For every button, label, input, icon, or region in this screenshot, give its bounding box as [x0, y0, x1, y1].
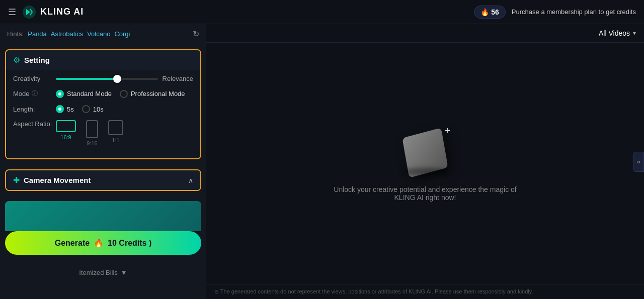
all-videos-label: All Videos	[599, 29, 630, 37]
generate-label: Generate	[55, 239, 90, 248]
creativity-label: Creativity	[13, 75, 56, 82]
settings-title: Setting	[24, 56, 50, 64]
aspect-9-16-label: 9:16	[87, 140, 97, 146]
standard-mode-option[interactable]: Standard Mode	[56, 90, 112, 98]
aspect-1-1[interactable]: 1:1	[108, 120, 123, 143]
camera-header-left: ✚ Camera Movement	[13, 175, 91, 185]
main-layout: Hints: Panda Astrobatics Volcano Corgi ↻…	[0, 24, 644, 299]
camera-section: ✚ Camera Movement ∧	[5, 169, 201, 191]
length-5s-label: 5s	[67, 106, 74, 113]
generate-preview	[5, 201, 201, 231]
logo-text: KLING AI	[40, 7, 84, 17]
plus-decoration: +	[444, 125, 450, 137]
professional-mode-radio[interactable]	[120, 90, 128, 98]
hints-label: Hints:	[7, 30, 24, 38]
generate-button[interactable]: Generate 🔥 10 Credits )	[5, 231, 201, 255]
camera-plus-icon: ✚	[13, 175, 20, 185]
aspect-ratio-row: Aspect Ratio: 16:9 9:16 1:1	[13, 120, 193, 146]
relevance-label: Relevance	[158, 75, 193, 82]
length-5s-option[interactable]: 5s	[56, 105, 74, 113]
header-right: 🔥 56 Purchase a membership plan to get c…	[474, 6, 636, 19]
menu-icon[interactable]: ☰	[8, 7, 16, 18]
hints-bar: Hints: Panda Astrobatics Volcano Corgi ↻	[0, 24, 206, 44]
itemized-bills-bar[interactable]: Itemized Bills ▼	[0, 265, 206, 280]
mode-options: Standard Mode Professional Mode	[56, 90, 193, 98]
aspect-9-16[interactable]: 9:16	[86, 120, 98, 146]
standard-mode-label: Standard Mode	[67, 90, 112, 97]
settings-icon: ⚙	[13, 55, 20, 65]
aspect-wide-shape	[56, 120, 76, 132]
slider-thumb[interactable]	[113, 75, 121, 83]
creativity-row: Creativity Relevance	[13, 75, 193, 82]
length-10s-label: 10s	[93, 106, 104, 113]
length-10s-radio[interactable]	[82, 105, 90, 113]
content-area: + Unlock your creative potential and exp…	[206, 43, 644, 284]
aspect-16-9[interactable]: 16:9	[56, 120, 76, 140]
mode-row: Mode ⓘ Standard Mode Professional Mode	[13, 89, 193, 98]
refresh-hints-icon[interactable]: ↻	[193, 29, 199, 39]
settings-body: Creativity Relevance Mode ⓘ	[6, 70, 200, 158]
length-10s-option[interactable]: 10s	[82, 105, 104, 113]
hint-volcano[interactable]: Volcano	[87, 30, 110, 38]
aspect-1-1-label: 1:1	[112, 137, 119, 143]
mode-label: Mode	[13, 90, 30, 97]
all-videos-button[interactable]: All Videos ▾	[599, 29, 636, 37]
itemized-chevron-icon: ▼	[121, 269, 127, 276]
unlock-text: Unlock your creative potential and exper…	[325, 185, 526, 202]
hint-astrobatics[interactable]: Astrobatics	[51, 30, 83, 38]
credits-badge[interactable]: 🔥 56	[474, 6, 506, 19]
hint-corgi[interactable]: Corgi	[114, 30, 130, 38]
videos-dropdown-icon: ▾	[633, 30, 636, 37]
logo: KLING AI	[22, 5, 84, 19]
hint-panda[interactable]: Panda	[28, 30, 47, 38]
settings-header: ⚙ Setting	[6, 50, 200, 70]
credits-count: 56	[491, 8, 499, 16]
camera-chevron-icon: ∧	[188, 176, 193, 184]
aspect-ratio-label: Aspect Ratio:	[13, 120, 56, 128]
mode-label-container: Mode ⓘ	[13, 89, 56, 98]
aspect-square-shape	[108, 120, 123, 135]
left-panel: Hints: Panda Astrobatics Volcano Corgi ↻…	[0, 24, 206, 299]
itemized-bills-label: Itemized Bills	[79, 269, 118, 276]
creativity-slider[interactable]	[56, 78, 158, 80]
length-label: Length:	[13, 106, 56, 113]
professional-mode-label: Professional Mode	[131, 90, 185, 97]
app-header: ☰ KLING AI 🔥 56 Purchase a membership pl…	[0, 0, 644, 24]
creativity-slider-container	[56, 78, 158, 80]
length-row: Length: 5s 10s	[13, 105, 193, 113]
aspect-16-9-label: 16:9	[60, 134, 71, 140]
header-left: ☰ KLING AI	[8, 5, 84, 19]
floating-card-illustration: +	[395, 125, 455, 175]
camera-header[interactable]: ✚ Camera Movement ∧	[6, 170, 200, 190]
length-5s-radio[interactable]	[56, 105, 64, 113]
generate-area: Generate 🔥 10 Credits )	[5, 201, 201, 260]
generate-credits-text: 10 Credits )	[108, 239, 151, 248]
camera-title: Camera Movement	[24, 176, 91, 184]
generate-fire-icon: 🔥	[94, 238, 104, 248]
credits-flame-icon: 🔥	[480, 8, 489, 16]
professional-mode-option[interactable]: Professional Mode	[120, 90, 185, 98]
aspect-tall-shape	[86, 120, 98, 138]
settings-section: ⚙ Setting Creativity Relevance	[5, 49, 201, 159]
aspect-options: 16:9 9:16 1:1	[56, 120, 193, 146]
standard-mode-radio[interactable]	[56, 90, 64, 98]
footer-hint: ⊙ The generated contents do not represen…	[206, 284, 644, 299]
purchase-text[interactable]: Purchase a membership plan to get credit…	[512, 8, 636, 16]
card-shadow	[403, 168, 448, 175]
collapse-panel-button[interactable]: «	[633, 152, 644, 172]
right-panel: All Videos ▾ + Unlock your creative pote…	[206, 24, 644, 299]
mode-info-icon: ⓘ	[32, 89, 38, 98]
length-options: 5s 10s	[56, 105, 193, 113]
videos-header: All Videos ▾	[206, 24, 644, 43]
logo-icon	[22, 5, 36, 19]
